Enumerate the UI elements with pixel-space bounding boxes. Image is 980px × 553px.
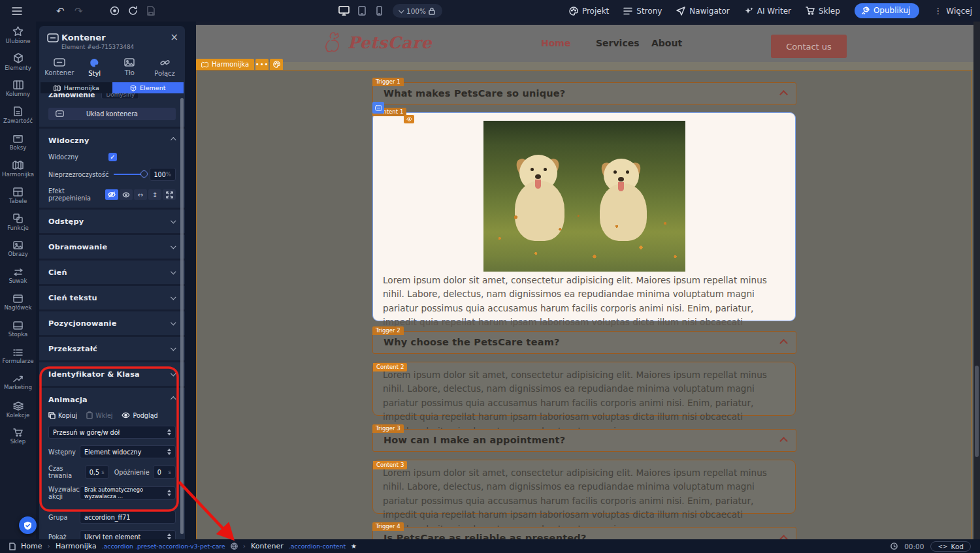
sidebar-item-funkcje[interactable]: Funkcje [0, 209, 36, 236]
initial-state-select[interactable]: Element widoczny [80, 445, 176, 458]
delay-input[interactable]: 0s [153, 466, 176, 479]
sidebar-item-obrazy[interactable]: Obrazy [0, 236, 36, 262]
section-cien-header[interactable]: Cień [48, 266, 176, 278]
sidebar-item-tabele[interactable]: Tabele [0, 182, 36, 209]
accordion-content-2[interactable]: Content 2 Lorem ipsum dolor sit amet, co… [372, 362, 796, 416]
section-pozycjonowanie-header[interactable]: Pozycjonowanie [48, 317, 176, 329]
paste-button[interactable]: Wklej [86, 411, 112, 419]
breadcrumb-home[interactable]: Home [21, 542, 42, 550]
accordion-trigger-1[interactable]: Trigger 1 What makes PetsCare so unique? [372, 82, 796, 105]
section-identyfikator-header[interactable]: Identyfikator & Klasa [48, 368, 176, 380]
sidebar-item-marketing[interactable]: Marketing [0, 370, 36, 396]
sidebar-item-kolumny[interactable]: Kolumny [0, 75, 36, 102]
publish-button[interactable]: Opublikuj [855, 3, 919, 18]
chevron-up-icon[interactable] [779, 437, 788, 445]
nav-home[interactable]: Home [541, 38, 570, 48]
canvas-scrollbar-thumb[interactable] [975, 366, 979, 457]
sidebar-item-boksy[interactable]: Boksy [0, 129, 36, 155]
element-handle-badge[interactable] [372, 102, 384, 114]
device-mobile-icon[interactable] [376, 0, 382, 22]
section-widoczny-header[interactable]: Widoczny [48, 134, 176, 146]
section-animacja-header[interactable]: Animacja [48, 394, 176, 405]
section-cien-tekstu-header[interactable]: Cień tekstu [48, 292, 176, 304]
accordion-trigger-3[interactable]: Trigger 3 How can I make an appointment? [372, 429, 796, 452]
selection-style-button[interactable] [270, 59, 283, 70]
section-odstepy-header[interactable]: Odstępy [48, 215, 176, 227]
sidebar-item-kolekcje[interactable]: Kolekcje [0, 396, 36, 423]
preview-button[interactable]: Podgląd [122, 411, 157, 419]
hamburger-menu-icon[interactable] [12, 0, 22, 22]
accordion-content-3[interactable]: Content 3 Lorem ipsum dolor sit amet, co… [372, 460, 796, 514]
breadcrumb-harmonijka[interactable]: Harmonijka [56, 542, 97, 550]
overflow-scroll-y-button[interactable]: ↕ [148, 189, 161, 200]
duration-input[interactable]: 0,5s [85, 466, 109, 479]
star-icon[interactable]: ★ [351, 543, 357, 550]
contact-us-button[interactable]: Contact us [771, 35, 847, 58]
tab-tlo[interactable]: Tło [112, 58, 148, 77]
chevron-up-icon[interactable] [779, 339, 788, 347]
canvas-scrollbar[interactable] [973, 22, 980, 539]
chevron-up-icon[interactable] [779, 90, 788, 99]
opacity-slider[interactable] [114, 174, 144, 175]
container-layout-button[interactable]: Układ kontenera [48, 108, 176, 120]
preview-icon[interactable] [110, 0, 120, 22]
overflow-auto-button[interactable] [163, 189, 176, 200]
opacity-input[interactable]: 100% [150, 168, 176, 181]
tab-polacz[interactable]: Połącz [147, 58, 182, 77]
undo-icon[interactable]: ↶ [56, 0, 65, 22]
slider-knob[interactable] [140, 170, 148, 178]
animation-type-select[interactable]: Przesuń w górę/w dół [48, 426, 176, 439]
sidebar-item-ulubione[interactable]: Ulubione [0, 22, 36, 48]
breadcrumb-kontener-class[interactable]: .accordion-content [289, 543, 346, 550]
sidebar-item-formularze[interactable]: Formularze [0, 343, 36, 370]
action-trigger-select[interactable]: Brak automatycznego wyzwalacza ... [80, 486, 176, 499]
redo-icon[interactable]: ↷ [74, 0, 83, 22]
accordion-trigger-2[interactable]: Trigger 2 Why choose the PetsCare team? [372, 331, 796, 354]
menu-sklep[interactable]: Sklep [806, 7, 840, 16]
sidebar-item-naglowek[interactable]: Nagłówek [0, 289, 36, 316]
group-input[interactable]: accordion_ff71 [80, 511, 176, 524]
sidebar-item-zawartosc[interactable]: Zawartość [0, 102, 36, 129]
trust-shield-badge[interactable] [19, 516, 37, 534]
zoom-control[interactable]: 100% [393, 4, 442, 18]
sidebar-item-sklep[interactable]: Sklep [0, 423, 36, 450]
selection-badge-harmonijka[interactable]: Harmonijka [196, 59, 254, 70]
sidebar-item-stopka[interactable]: Stopka [0, 316, 36, 343]
section-obramowanie-header[interactable]: Obramowanie [48, 241, 176, 253]
close-icon[interactable]: × [170, 31, 178, 43]
overflow-scroll-x-button[interactable]: ↔ [134, 189, 147, 200]
overflow-visible-button[interactable] [120, 189, 133, 200]
device-desktop-icon[interactable] [338, 0, 350, 22]
tab-styl[interactable]: Styl [77, 58, 112, 77]
site-logo[interactable]: PetsCare [324, 31, 432, 54]
tab-kontener[interactable]: Kontener [42, 58, 77, 77]
subtab-harmonijka[interactable]: Harmonijka [41, 82, 112, 93]
menu-wiecej[interactable]: ⋮Więcej [934, 6, 972, 16]
menu-projekt[interactable]: Projekt [569, 7, 609, 16]
menu-strony[interactable]: Strony [623, 7, 662, 16]
accordion-content-1[interactable]: Content 1 [372, 112, 796, 321]
visible-checkbox[interactable]: ✓ [108, 153, 117, 161]
sidebar-item-harmonijka[interactable]: Harmonijka [0, 155, 36, 182]
breadcrumb-kontener[interactable]: Kontener [251, 542, 284, 550]
section-widoczny: Widoczny Widoczny ✓ Nieprzezroczystość 1… [39, 127, 185, 208]
content-1-visibility-chip[interactable] [404, 115, 414, 123]
order-select[interactable]: Domyślny [101, 93, 139, 99]
nav-services[interactable]: Services [596, 38, 640, 48]
sidebar-item-elementy[interactable]: Elementy [0, 48, 36, 75]
menu-ai-writer[interactable]: AI Writer [744, 7, 791, 16]
code-button[interactable]: <>Kod [930, 541, 971, 552]
nav-about[interactable]: About [651, 38, 682, 48]
menu-nawigator[interactable]: Nawigator [676, 7, 729, 16]
panel-scrollbar[interactable] [180, 98, 184, 534]
section-przeksztalc-header[interactable]: Przekształć [48, 343, 176, 355]
overflow-hidden-button[interactable] [105, 189, 118, 200]
copy-button[interactable]: Kopiuj [48, 411, 77, 419]
save-icon[interactable] [146, 0, 155, 22]
subtab-element[interactable]: Element [112, 82, 184, 93]
device-tablet-icon[interactable] [358, 0, 366, 22]
refresh-icon[interactable] [128, 0, 138, 22]
breadcrumb-harmonijka-class[interactable]: .accordion .preset-accordion-v3-pet-care [102, 543, 225, 550]
selection-more-button[interactable]: ••• [255, 59, 269, 70]
sidebar-item-suwak[interactable]: Suwak [0, 262, 36, 289]
